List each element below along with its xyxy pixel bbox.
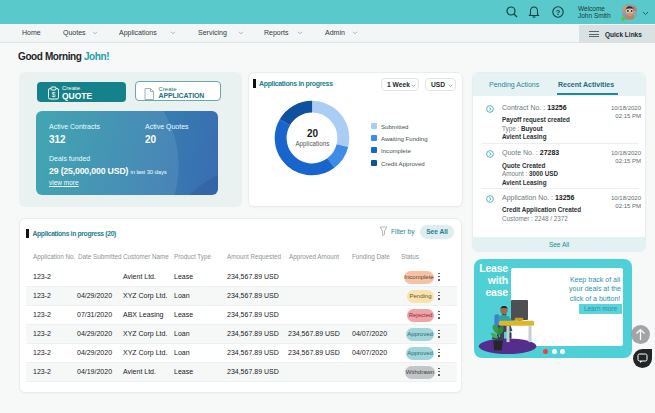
svg-text:?: ? bbox=[556, 8, 561, 17]
svg-text:$: $ bbox=[52, 90, 56, 97]
